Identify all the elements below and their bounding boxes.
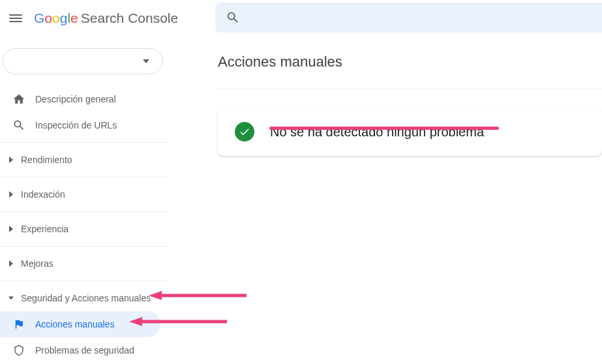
chevron-right-icon [5,260,17,267]
google-logo-text: Google [34,10,78,26]
logo[interactable]: Google Search Console [34,10,178,26]
chevron-right-icon [5,226,17,232]
section-label: Experiencia [21,224,68,234]
sidebar-item-manual-actions[interactable]: Acciones manuales [0,311,160,337]
sidebar-section-security[interactable]: Seguridad y Acciones manuales [0,281,168,311]
page-title: Acciones manuales [218,53,602,70]
sidebar-section-experience[interactable]: Experiencia [0,211,168,242]
sidebar-item-label: Descripción general [35,94,116,104]
home-icon [12,92,26,106]
divider [217,89,602,89]
section-label: Indexación [21,189,65,200]
sidebar-section-improvements[interactable]: Mejoras [0,246,168,277]
chevron-right-icon [5,191,17,198]
annotation-underline [269,127,499,130]
section-label: Seguridad y Acciones manuales [21,293,151,303]
sidebar-item-overview[interactable]: Descripción general [0,86,168,112]
search-input[interactable] [215,3,602,33]
main-content: Acciones manuales No se ha detectado nin… [168,37,602,364]
chevron-down-icon [5,295,17,301]
search-icon [226,10,240,25]
product-name: Search Console [81,10,178,26]
sidebar-item-security-issues[interactable]: Problemas de seguridad [0,337,168,363]
chevron-right-icon [5,157,17,163]
chevron-down-icon [143,59,149,63]
flag-icon [12,317,26,331]
sidebar-item-label: Acciones manuales [35,319,114,329]
sidebar-section-performance[interactable]: Rendimiento [0,142,168,173]
sidebar-item-label: Inspección de URLs [35,120,117,130]
check-icon [235,122,254,142]
menu-icon[interactable] [8,10,23,26]
sidebar-section-indexing[interactable]: Indexación [0,177,168,207]
status-card: No se ha detectado ningún problema [218,108,602,156]
section-label: Mejoras [21,258,53,269]
sidebar: Descripción general Inspección de URLs R… [0,37,168,364]
shield-icon [12,343,26,357]
search-icon [12,118,26,132]
sidebar-item-label: Problemas de seguridad [35,345,134,356]
section-label: Rendimiento [21,155,72,165]
property-selector[interactable] [3,48,163,74]
sidebar-item-url-inspection[interactable]: Inspección de URLs [0,112,168,138]
